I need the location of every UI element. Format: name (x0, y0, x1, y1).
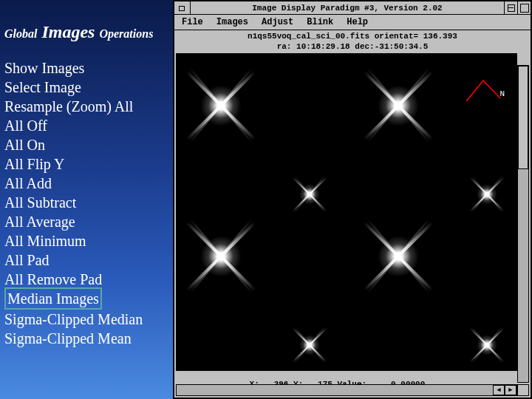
scroll-right-button[interactable]: ▶ (505, 385, 516, 395)
resize-corner[interactable] (517, 384, 529, 396)
title-word-1: Global (4, 27, 37, 40)
sidebar-title: Global Images Operations (4, 22, 168, 42)
vertical-scroll-thumb[interactable] (518, 66, 528, 169)
title-word-3: Operations (99, 27, 153, 40)
title-word-2: Images (41, 22, 95, 41)
menu-images[interactable]: Images (216, 17, 248, 27)
sidebar-item[interactable]: All Remove Pad (4, 270, 168, 289)
menu-adjust[interactable]: Adjust (262, 17, 293, 27)
titlebar: Image Display Paradigm #3, Version 2.02 (174, 1, 531, 15)
window-title: Image Display Paradigm #3, Version 2.02 (191, 4, 504, 13)
sidebar-item[interactable]: Resample (Zoom) All (4, 97, 168, 116)
scroll-left-button[interactable]: ◀ (493, 385, 505, 395)
menu-blink[interactable]: Blink (307, 17, 333, 27)
menu-file[interactable]: File (182, 17, 203, 27)
sidebar-item[interactable]: All Flip Y (4, 154, 168, 174)
image-panel-2[interactable]: N (347, 54, 516, 212)
vertical-scrollbar[interactable] (517, 65, 529, 383)
menu-help[interactable]: Help (347, 17, 368, 27)
sidebar-item[interactable]: All Add (4, 174, 168, 193)
image-panel-1[interactable] (177, 54, 347, 212)
sidebar-item[interactable]: All Average (4, 212, 168, 231)
minimize-button[interactable] (504, 1, 517, 14)
system-menu-icon[interactable] (174, 1, 191, 14)
image-viewport[interactable]: N (176, 53, 517, 371)
sidebar-menu: Show ImagesSelect ImageResample (Zoom) A… (4, 58, 168, 348)
sidebar-item[interactable]: All Pad (4, 250, 168, 270)
sidebar-item[interactable]: Median Images (4, 287, 102, 310)
compass-north-label: N (499, 89, 505, 98)
sidebar-item[interactable]: Sigma-Clipped Mean (4, 329, 168, 348)
sidebar-item[interactable]: All Off (4, 116, 168, 135)
horizontal-scrollbar[interactable]: ◀ ▶ (176, 384, 517, 396)
compass-icon: N (463, 76, 503, 106)
info-line-filename: n1qs55voq_cal_sci_00.fits orientat= 136.… (174, 30, 531, 42)
maximize-button[interactable] (517, 1, 531, 14)
menubar: FileImagesAdjustBlinkHelp (174, 15, 531, 30)
status-bar: X: 396 Y: 175 Value: 0.00000 (176, 371, 517, 383)
sidebar-item[interactable]: Show Images (4, 58, 168, 78)
image-panel-4[interactable] (347, 212, 516, 370)
sidebar-item[interactable]: All Subtract (4, 193, 168, 212)
app-window: Image Display Paradigm #3, Version 2.02 … (173, 0, 532, 399)
sidebar-item[interactable]: Sigma-Clipped Median (4, 310, 168, 329)
info-line-coords: ra: 10:18:29.18 dec:-31:50:34.5 (174, 42, 531, 53)
image-panel-3[interactable] (177, 212, 347, 370)
sidebar-item[interactable]: Select Image (4, 78, 168, 97)
sidebar: Global Images Operations Show ImagesSele… (0, 0, 173, 399)
sidebar-item[interactable]: All On (4, 135, 168, 154)
sidebar-item[interactable]: All Minimum (4, 231, 168, 250)
